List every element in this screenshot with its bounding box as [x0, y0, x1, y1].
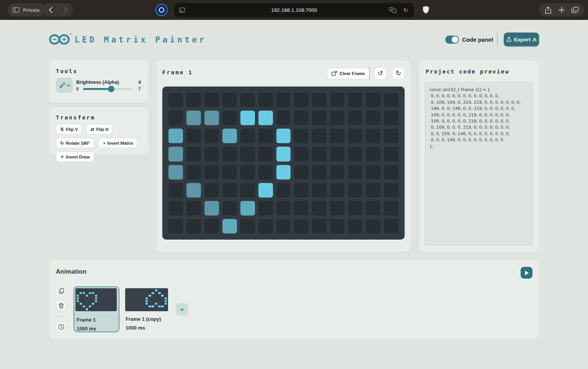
matrix-cell-r6-c8[interactable]	[312, 201, 327, 216]
matrix-cell-r3-c3[interactable]	[222, 147, 237, 161]
matrix-cell-r7-c6[interactable]	[276, 219, 291, 233]
matrix-cell-r3-c11[interactable]	[366, 147, 381, 161]
matrix-cell-r0-c4[interactable]	[240, 93, 255, 107]
matrix-cell-r3-c7[interactable]	[294, 147, 309, 161]
matrix-cell-r1-c12[interactable]	[384, 111, 399, 125]
matrix-cell-r5-c6[interactable]	[276, 183, 291, 198]
matrix-cell-r0-c0[interactable]	[168, 93, 183, 107]
matrix-cell-r7-c1[interactable]	[186, 219, 201, 233]
matrix-cell-r3-c9[interactable]	[330, 147, 345, 161]
private-mode-badge[interactable]: Private	[8, 3, 46, 16]
privacy-shield-icon[interactable]	[423, 6, 429, 14]
matrix-cell-r0-c12[interactable]	[384, 93, 399, 107]
matrix-cell-r3-c8[interactable]	[312, 147, 327, 161]
matrix-cell-r1-c11[interactable]	[366, 111, 381, 125]
matrix-cell-r6-c3[interactable]	[222, 201, 237, 216]
matrix-cell-r1-c3[interactable]	[222, 111, 237, 125]
add-frame-button[interactable]: +	[176, 303, 188, 316]
frame-thumbnail[interactable]	[125, 288, 168, 311]
matrix-cell-r3-c4[interactable]	[240, 147, 255, 161]
animation-frame-1[interactable]: Frame 11000 ms	[74, 286, 119, 332]
matrix-cell-r6-c5[interactable]	[258, 201, 273, 216]
matrix-cell-r7-c10[interactable]	[348, 219, 363, 233]
slider-thumb[interactable]	[108, 86, 114, 92]
matrix-cell-r7-c12[interactable]	[384, 219, 399, 233]
matrix-cell-r4-c0[interactable]	[168, 165, 183, 180]
export-header-button[interactable]: Export .h	[504, 33, 539, 46]
matrix-cell-r7-c5[interactable]	[258, 219, 273, 233]
matrix-cell-r2-c1[interactable]	[186, 129, 201, 143]
matrix-cell-r5-c7[interactable]	[294, 183, 309, 198]
flip-h-button[interactable]: ⇄Flip H	[86, 124, 113, 134]
matrix-cell-r5-c1[interactable]	[186, 183, 201, 198]
matrix-cell-r2-c9[interactable]	[330, 129, 345, 143]
invert-matrix-button[interactable]: ◑Invert Matrix	[98, 138, 138, 148]
matrix-cell-r6-c4[interactable]	[240, 201, 255, 216]
matrix-cell-r0-c2[interactable]	[204, 93, 219, 107]
matrix-cell-r1-c8[interactable]	[312, 111, 327, 125]
matrix-cell-r0-c8[interactable]	[312, 93, 327, 107]
matrix-cell-r1-c5[interactable]	[258, 111, 273, 125]
undo-button[interactable]: ↺	[374, 67, 387, 80]
matrix-cell-r4-c11[interactable]	[366, 165, 381, 180]
matrix-cell-r7-c11[interactable]	[366, 219, 381, 233]
matrix-cell-r3-c10[interactable]	[348, 147, 363, 161]
matrix-cell-r5-c4[interactable]	[240, 183, 255, 198]
matrix-cell-r4-c10[interactable]	[348, 165, 363, 180]
frame-thumbnail[interactable]	[75, 288, 117, 311]
matrix-cell-r4-c12[interactable]	[384, 165, 399, 180]
share-icon[interactable]	[545, 7, 551, 14]
invert-draw-button[interactable]: ✳Invert Draw	[56, 152, 94, 162]
address-bar[interactable]: 192.168.1.108:7000 A☆ ↻	[174, 3, 414, 17]
matrix-cell-r2-c0[interactable]	[168, 129, 183, 143]
matrix-cell-r3-c5[interactable]	[258, 147, 273, 161]
matrix-cell-r5-c0[interactable]	[168, 183, 183, 198]
matrix-cell-r0-c1[interactable]	[186, 93, 201, 107]
matrix-cell-r6-c7[interactable]	[294, 201, 309, 216]
duplicate-frame-button[interactable]	[56, 286, 67, 296]
forward-button[interactable]	[64, 7, 68, 13]
matrix-cell-r1-c2[interactable]	[204, 111, 219, 125]
matrix-cell-r5-c11[interactable]	[366, 183, 381, 198]
matrix-cell-r1-c10[interactable]	[348, 111, 363, 125]
reload-icon[interactable]: ↻	[403, 7, 408, 14]
matrix-cell-r1-c0[interactable]	[168, 111, 183, 125]
matrix-cell-r4-c2[interactable]	[204, 165, 219, 180]
matrix-cell-r4-c4[interactable]	[240, 165, 255, 180]
matrix-cell-r6-c2[interactable]	[204, 201, 219, 216]
brush-tool-button[interactable]	[56, 78, 73, 93]
matrix-cell-r4-c3[interactable]	[222, 165, 237, 180]
matrix-cell-r3-c12[interactable]	[384, 147, 399, 161]
matrix-cell-r7-c0[interactable]	[168, 219, 183, 233]
matrix-cell-r2-c5[interactable]	[258, 129, 273, 143]
matrix-cell-r0-c6[interactable]	[276, 93, 291, 107]
matrix-cell-r2-c10[interactable]	[348, 129, 363, 143]
matrix-cell-r6-c1[interactable]	[186, 201, 201, 216]
play-animation-button[interactable]	[521, 267, 532, 279]
frame-duration-button[interactable]	[56, 322, 67, 332]
matrix-cell-r0-c5[interactable]	[258, 93, 273, 107]
matrix-cell-r3-c0[interactable]	[168, 147, 183, 161]
matrix-cell-r6-c11[interactable]	[366, 201, 381, 216]
matrix-cell-r6-c12[interactable]	[384, 201, 399, 216]
matrix-cell-r0-c11[interactable]	[366, 93, 381, 107]
matrix-cell-r7-c8[interactable]	[312, 219, 327, 233]
matrix-cell-r1-c6[interactable]	[276, 111, 291, 125]
matrix-cell-r5-c10[interactable]	[348, 183, 363, 198]
matrix-cell-r3-c2[interactable]	[204, 147, 219, 161]
matrix-cell-r1-c7[interactable]	[294, 111, 309, 125]
matrix-cell-r6-c6[interactable]	[276, 201, 291, 216]
matrix-cell-r0-c10[interactable]	[348, 93, 363, 107]
matrix-cell-r2-c7[interactable]	[294, 129, 309, 143]
matrix-cell-r4-c1[interactable]	[186, 165, 201, 180]
matrix-cell-r5-c9[interactable]	[330, 183, 345, 198]
matrix-cell-r5-c3[interactable]	[222, 183, 237, 198]
clear-frame-button[interactable]: Clear Frame	[327, 68, 369, 79]
delete-frame-button[interactable]	[56, 300, 67, 311]
password-manager-icon[interactable]	[155, 4, 168, 16]
matrix-cell-r3-c1[interactable]	[186, 147, 201, 161]
matrix-cell-r6-c9[interactable]	[330, 201, 345, 216]
sidebar-icon[interactable]	[13, 7, 20, 13]
code-panel-toggle[interactable]	[445, 36, 459, 44]
translate-icon[interactable]: A☆	[389, 7, 397, 13]
